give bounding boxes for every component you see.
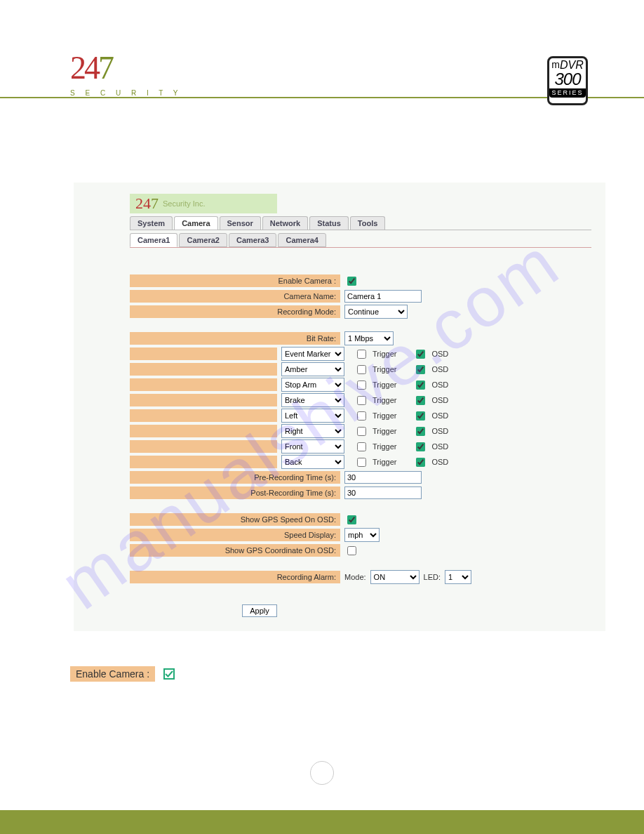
- sensor-row-label: [130, 425, 277, 437]
- speed-display-select[interactable]: mph: [344, 528, 380, 542]
- gps-coord-label: Show GPS Coordinate On OSD:: [130, 544, 340, 557]
- tab-tools[interactable]: Tools: [350, 216, 386, 230]
- sensor-row: AmberTriggerOSD: [130, 362, 591, 377]
- sensor-row-label: [130, 409, 277, 422]
- badge-series: SERIES: [549, 88, 586, 98]
- sensor-select[interactable]: Brake: [281, 393, 344, 407]
- sensor-select[interactable]: Event Marker: [281, 347, 344, 361]
- trigger-checkbox[interactable]: [357, 350, 366, 359]
- gps-speed-label: Show GPS Speed On OSD:: [130, 513, 340, 526]
- sensor-row-label: [130, 394, 277, 406]
- sensor-row-label: [130, 440, 277, 453]
- osd-label: OSD: [431, 365, 448, 373]
- trigger-checkbox[interactable]: [357, 442, 366, 451]
- tab-network[interactable]: Network: [262, 216, 308, 230]
- bitrate-select[interactable]: 1 Mbps: [344, 331, 394, 345]
- brand-logo: 247 S E C U R I T Y: [70, 49, 182, 97]
- post-recording-input[interactable]: [344, 486, 422, 499]
- tab-status[interactable]: Status: [309, 216, 349, 230]
- alarm-led-label: LED:: [424, 573, 441, 581]
- trigger-label: Trigger: [373, 380, 396, 389]
- alarm-mode-select[interactable]: ON: [370, 570, 420, 584]
- trigger-label: Trigger: [373, 350, 396, 358]
- osd-label: OSD: [431, 396, 448, 404]
- subtab-camera4[interactable]: Camera4: [278, 233, 326, 247]
- callout-enable-camera: Enable Camera :: [70, 666, 644, 682]
- trigger-checkbox[interactable]: [357, 411, 366, 421]
- callout-checkbox-icon: [163, 668, 175, 680]
- trigger-label: Trigger: [373, 442, 396, 451]
- osd-checkbox[interactable]: [416, 458, 425, 467]
- gps-speed-checkbox[interactable]: [347, 515, 356, 524]
- sub-tabs: Camera1Camera2Camera3Camera4: [130, 230, 591, 248]
- badge-m: m: [551, 60, 560, 70]
- sensor-row: LeftTriggerOSD: [130, 408, 591, 423]
- bitrate-label: Bit Rate:: [130, 332, 340, 345]
- sensor-row: BrakeTriggerOSD: [130, 392, 591, 408]
- sensor-select[interactable]: Back: [281, 455, 344, 469]
- subtab-camera1[interactable]: Camera1: [130, 233, 177, 247]
- gps-coord-checkbox[interactable]: [347, 546, 356, 555]
- sensor-row-label: [130, 348, 277, 360]
- pre-recording-input[interactable]: [344, 471, 422, 484]
- osd-checkbox[interactable]: [416, 411, 425, 421]
- sensor-row: Event MarkerTriggerOSD: [130, 346, 591, 362]
- subtab-camera3[interactable]: Camera3: [229, 233, 276, 247]
- speed-display-label: Speed Display:: [130, 529, 340, 541]
- post-recording-label: Post-Recording Time (s):: [130, 486, 340, 499]
- osd-label: OSD: [431, 427, 448, 435]
- subtab-camera2[interactable]: Camera2: [179, 233, 227, 247]
- sensor-row: Stop ArmTriggerOSD: [130, 377, 591, 392]
- osd-label: OSD: [431, 380, 448, 389]
- page-number-circle: [310, 761, 334, 785]
- trigger-label: Trigger: [373, 458, 396, 466]
- alarm-mode-label: Mode:: [344, 573, 366, 581]
- sensor-row-label: [130, 363, 277, 376]
- logo-2: 2: [70, 50, 84, 86]
- trigger-checkbox[interactable]: [357, 458, 366, 467]
- trigger-label: Trigger: [373, 396, 396, 404]
- app-logo-bar: 247 Security Inc.: [130, 194, 277, 213]
- app-logo-7: 7: [151, 194, 159, 213]
- main-tabs: SystemCameraSensorNetworkStatusTools: [130, 216, 591, 230]
- osd-label: OSD: [431, 350, 448, 358]
- sensor-select[interactable]: Left: [281, 409, 344, 423]
- page-footer: [0, 810, 644, 834]
- osd-checkbox[interactable]: [416, 442, 425, 451]
- enable-camera-checkbox[interactable]: [347, 277, 356, 286]
- trigger-checkbox[interactable]: [357, 396, 366, 405]
- form-area: Enable Camera : Camera Name: Recording M…: [130, 273, 591, 617]
- enable-camera-label: Enable Camera :: [130, 274, 340, 287]
- trigger-checkbox[interactable]: [357, 365, 366, 374]
- tab-camera[interactable]: Camera: [174, 216, 217, 230]
- camera-name-label: Camera Name:: [130, 290, 340, 303]
- sensor-row-label: [130, 378, 277, 391]
- osd-checkbox[interactable]: [416, 427, 425, 436]
- sensor-select[interactable]: Right: [281, 424, 344, 438]
- app-logo-24: 24: [135, 194, 151, 213]
- trigger-label: Trigger: [373, 365, 396, 373]
- logo-7: 7: [98, 50, 112, 86]
- osd-label: OSD: [431, 411, 448, 420]
- app-brand-text: Security Inc.: [163, 199, 206, 208]
- alarm-led-select[interactable]: 1: [445, 570, 471, 584]
- logo-4: 4: [84, 50, 98, 86]
- product-badge: mDVR 300 SERIES: [547, 56, 588, 105]
- sensor-select[interactable]: Front: [281, 439, 344, 454]
- trigger-checkbox[interactable]: [357, 380, 366, 390]
- recording-mode-label: Recording Mode:: [130, 305, 340, 318]
- osd-checkbox[interactable]: [416, 396, 425, 405]
- apply-button[interactable]: Apply: [242, 604, 277, 617]
- sensor-row: FrontTriggerOSD: [130, 439, 591, 454]
- osd-checkbox[interactable]: [416, 365, 425, 374]
- trigger-checkbox[interactable]: [357, 427, 366, 436]
- osd-checkbox[interactable]: [416, 350, 425, 359]
- osd-checkbox[interactable]: [416, 380, 425, 390]
- badge-num: 300: [549, 71, 586, 88]
- sensor-select[interactable]: Stop Arm: [281, 378, 344, 392]
- tab-sensor[interactable]: Sensor: [220, 216, 261, 230]
- recording-mode-select[interactable]: Continue: [344, 305, 408, 319]
- sensor-select[interactable]: Amber: [281, 362, 344, 376]
- tab-system[interactable]: System: [130, 216, 173, 230]
- camera-name-input[interactable]: [344, 290, 422, 303]
